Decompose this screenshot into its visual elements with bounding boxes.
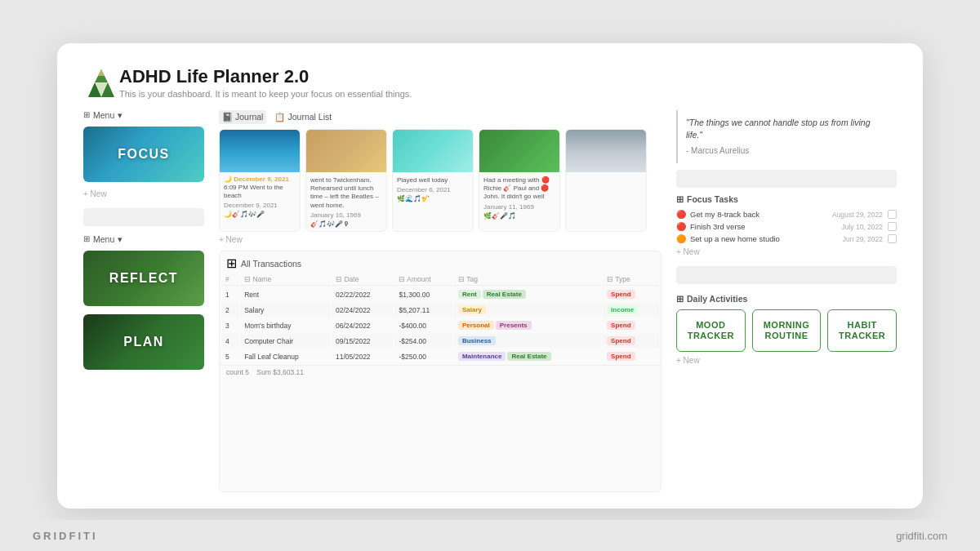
app-logo xyxy=(83,66,119,102)
main-body: ⊞ Menu ▾ FOCUS + New ⊞ Menu ▾ REFLECT PL… xyxy=(83,110,897,492)
table-row[interactable]: 5 Fall Leaf Cleanup 11/05/2022 -$250.00 … xyxy=(221,349,659,363)
focus-label: FOCUS xyxy=(118,147,170,162)
col-amount: ⊟ Amount xyxy=(394,273,452,286)
journal-text-4: Had a meeting with 🔴 Richie 🎸 Paul and 🔴… xyxy=(483,176,555,202)
quote-box: "The things we cannot handle stop us fro… xyxy=(676,110,897,164)
journal-tabs: 📓 Journal 📋 Journal List xyxy=(219,110,662,124)
table-row[interactable]: 1 Rent 02/22/2022 $1,300.00 RentReal Est… xyxy=(221,287,659,301)
task-icon: 🟠 xyxy=(676,234,686,243)
task-icon: 🔴 xyxy=(676,210,686,219)
mood-tracker-card[interactable]: MOODTRACKER xyxy=(676,309,746,352)
search-bar-right2[interactable] xyxy=(676,266,897,284)
task-row[interactable]: 🔴 Get my 8-track back August 29, 2022 xyxy=(676,208,897,220)
cell-num: 3 xyxy=(221,318,238,332)
journal-text-2: went to Twickenham. Rehearsed until lunc… xyxy=(310,176,382,211)
table-row[interactable]: 4 Computer Chair 09/15/2022 -$254.00 Bus… xyxy=(221,334,659,348)
type-badge: Income xyxy=(607,305,638,314)
task-checkbox[interactable] xyxy=(888,210,897,219)
finance-header: ⊞ All Transactions xyxy=(220,251,661,271)
morning-routine-card[interactable]: MORNINGROUTINE xyxy=(752,309,822,352)
task-date: Jun 29, 2022 xyxy=(843,235,883,243)
cell-tags: RentReal Estate xyxy=(454,287,601,301)
morning-routine-label: MORNINGROUTINE xyxy=(764,320,810,341)
activity-cards: MOODTRACKER MORNINGROUTINE HABITTRACKER xyxy=(676,309,897,352)
add-new-journal[interactable]: + New xyxy=(219,235,662,244)
journal-card-5[interactable] xyxy=(565,129,647,233)
add-new-focus[interactable]: + New xyxy=(83,188,204,200)
cell-type: Spend xyxy=(603,349,659,363)
reflect-label: REFLECT xyxy=(109,271,178,286)
cell-num: 5 xyxy=(221,349,238,363)
cell-num: 2 xyxy=(221,303,238,317)
add-new-activity[interactable]: + New xyxy=(676,356,897,365)
left-column: ⊞ Menu ▾ FOCUS + New ⊞ Menu ▾ REFLECT PL… xyxy=(83,110,204,492)
reflect-menu-label: ⊞ Menu ▾ xyxy=(83,234,204,244)
focus-tasks-icon: ⊞ xyxy=(676,194,684,204)
journal-footer-4: January 11, 1969 xyxy=(483,203,555,211)
journal-emojis-1: 🌙🎸🎵🎶🎤 xyxy=(224,211,296,218)
journal-img-5 xyxy=(566,130,646,172)
table-row[interactable]: 3 Mom's birthday 06/24/2022 -$400.00 Per… xyxy=(221,318,659,332)
finance-title: All Transactions xyxy=(241,259,301,269)
cell-date: 02/24/2022 xyxy=(332,303,393,317)
tag-pill: Rent xyxy=(458,290,481,299)
journal-card-1[interactable]: 🌙 December 9, 2021 6:09 PM Went to the b… xyxy=(219,129,301,233)
task-checkbox[interactable] xyxy=(888,222,897,231)
tag-pill: Presents xyxy=(496,321,532,330)
cell-name: Mom's birthday xyxy=(240,318,330,332)
finance-sum: Sum $3,603.11 xyxy=(256,368,304,376)
journal-cards: 🌙 December 9, 2021 6:09 PM Went to the b… xyxy=(219,129,662,233)
cell-name: Fall Leaf Cleanup xyxy=(240,349,330,363)
main-card: ADHD Life Planner 2.0 This is your dashb… xyxy=(57,43,923,509)
habit-tracker-label: HABITTRACKER xyxy=(839,320,885,341)
journal-img-4 xyxy=(479,130,559,172)
task-checkbox[interactable] xyxy=(888,234,897,243)
app-title: ADHD Life Planner 2.0 xyxy=(119,66,412,87)
type-badge: Spend xyxy=(607,321,635,330)
habit-tracker-card[interactable]: HABITTRACKER xyxy=(827,309,897,352)
focus-nav-card[interactable]: FOCUS xyxy=(83,127,204,182)
cell-tags: Salary xyxy=(454,303,601,317)
journal-img-2 xyxy=(306,130,386,172)
table-row[interactable]: 2 Salary 02/24/2022 $5,207.11 Salary Inc… xyxy=(221,303,659,317)
tab-journal-list[interactable]: 📋 Journal List xyxy=(271,110,335,124)
journal-card-2[interactable]: went to Twickenham. Rehearsed until lunc… xyxy=(305,129,387,233)
cell-amount: $5,207.11 xyxy=(394,303,452,317)
cell-name: Salary xyxy=(240,303,330,317)
task-row[interactable]: 🟠 Set up a new home studio Jun 29, 2022 xyxy=(676,233,897,245)
task-row[interactable]: 🔴 Finish 3rd verse July 10, 2022 xyxy=(676,220,897,233)
plan-nav-card[interactable]: PLAN xyxy=(83,314,204,370)
col-tag: ⊟ Tag xyxy=(454,273,601,286)
add-new-task[interactable]: + New xyxy=(676,247,897,256)
journal-list-icon: 📋 xyxy=(274,112,285,122)
cell-tags: PersonalPresents xyxy=(454,318,601,332)
search-bar-right[interactable] xyxy=(676,170,897,188)
type-badge: Spend xyxy=(607,336,635,345)
daily-activities-section: ⊞ Daily Activities MOODTRACKER MORNINGRO… xyxy=(676,291,897,365)
cell-type: Income xyxy=(603,303,659,317)
journal-footer-2: January 10, 1969 xyxy=(310,211,382,219)
journal-card-3[interactable]: Played well today December 6, 2021 🌿🌊🎵🎷 xyxy=(392,129,474,233)
header: ADHD Life Planner 2.0 This is your dashb… xyxy=(83,66,897,102)
cell-type: Spend xyxy=(603,318,659,332)
tab-journal[interactable]: 📓 Journal xyxy=(219,110,266,124)
daily-activities-header: ⊞ Daily Activities xyxy=(676,294,897,304)
finance-icon: ⊞ xyxy=(226,256,237,271)
menu-label: ⊞ Menu ▾ xyxy=(83,110,204,120)
brand-right: gridfiti.com xyxy=(896,530,947,542)
reflect-nav-card[interactable]: REFLECT xyxy=(83,251,204,306)
focus-tasks-section: ⊞ Focus Tasks 🔴 Get my 8-track back Augu… xyxy=(676,194,897,256)
journal-footer-3: December 6, 2021 xyxy=(397,186,469,193)
cell-type: Spend xyxy=(603,287,659,301)
cell-type: Spend xyxy=(603,334,659,348)
task-label: Finish 3rd verse xyxy=(690,222,746,231)
daily-icon: ⊞ xyxy=(676,294,684,304)
journal-date-1: 🌙 December 9, 2021 xyxy=(224,176,296,183)
cell-tags: Business xyxy=(454,334,601,348)
cell-name: Computer Chair xyxy=(240,334,330,348)
task-date: July 10, 2022 xyxy=(841,223,883,231)
right-column: "The things we cannot handle stop us fro… xyxy=(676,110,897,492)
mood-tracker-label: MOODTRACKER xyxy=(688,320,734,341)
journal-card-4[interactable]: Had a meeting with 🔴 Richie 🎸 Paul and 🔴… xyxy=(479,129,560,233)
journal-img-1 xyxy=(220,130,300,172)
